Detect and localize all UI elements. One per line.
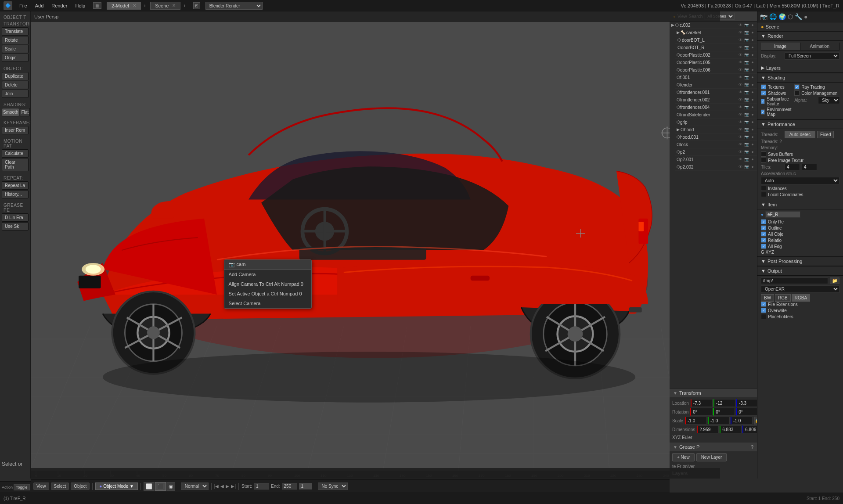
set-active-camera-item[interactable]: Set Active Object a Ctrl Numpad 0 [224, 289, 311, 299]
vis-r-dp006[interactable]: ● [750, 67, 755, 72]
instances-cb[interactable] [761, 186, 766, 191]
vis-eye-dp006[interactable]: 👁 [738, 67, 743, 72]
object-mode-select[interactable]: ● Object Mode ▼ [95, 482, 138, 490]
envmap-checkbox[interactable]: ✓ [761, 109, 765, 115]
sync-select[interactable]: No Sync [318, 482, 348, 490]
object-icon-prop[interactable]: ⬡ [788, 13, 793, 20]
vis-eye-grip[interactable]: 👁 [738, 119, 743, 125]
vis-cam-ff002[interactable]: 📷 [744, 97, 749, 102]
vis-cam-carskel[interactable]: 📷 [744, 30, 749, 35]
only-render-cb[interactable]: ✓ [761, 219, 766, 224]
shading-section-header[interactable]: ▼ Shading [757, 73, 843, 83]
free-img-tex-cb[interactable] [761, 158, 766, 163]
file-ext-cb[interactable]: ✓ [761, 302, 766, 307]
vis-eye-dp005[interactable]: 👁 [738, 60, 743, 65]
obj-fender[interactable]: ⬡ fender 👁 📷 ● [675, 81, 757, 89]
menu-render[interactable]: Render [48, 2, 71, 9]
object-menu-btn[interactable]: Object [71, 482, 90, 490]
location-x[interactable] [691, 399, 713, 407]
menu-file[interactable]: File [16, 2, 31, 9]
tile-y-input[interactable] [802, 164, 817, 170]
tab-2model[interactable]: 2-Model ✕ [107, 2, 141, 10]
obj-carskel[interactable]: ▶ 🦴 carSkel 👁 📷 ● [675, 29, 757, 36]
select-camera-item[interactable]: Select Camera [224, 299, 311, 308]
item-name-input[interactable] [765, 211, 800, 218]
all-edges-cb[interactable]: ✓ [761, 244, 766, 249]
obj-hood[interactable]: ▶ ⬡ hood 👁 📷 ● [675, 126, 757, 133]
scene-icon-prop[interactable]: 🌐 [769, 13, 777, 20]
prev-frame-btn[interactable]: ◀ [220, 484, 224, 489]
obj-p2-001[interactable]: ⬡ p2.001 👁 📷 ● [675, 156, 757, 163]
view-menu-btn[interactable]: View [33, 482, 49, 490]
solid-shading-btn[interactable]: ⬜ [144, 482, 155, 491]
local-coords-cb[interactable] [761, 192, 766, 197]
vis-cam-ff001[interactable]: 📷 [744, 90, 749, 95]
join-btn[interactable]: Join [2, 90, 29, 98]
new-layer-btn[interactable]: New Layer [696, 453, 727, 461]
vis-cam-f001[interactable]: 📷 [744, 75, 749, 80]
duplicate-btn[interactable]: Duplicate [2, 72, 29, 80]
textures-checkbox[interactable]: ✓ [761, 84, 766, 90]
shadows-checkbox[interactable]: ✓ [761, 90, 766, 96]
vis-eye-hood001[interactable]: 👁 [738, 134, 743, 140]
material-icon-prop[interactable]: ● [804, 13, 807, 20]
outline-cb[interactable]: ✓ [761, 225, 766, 230]
render-tab-image[interactable]: Image [761, 43, 800, 50]
vis-cam-doorbot-l[interactable]: 📷 [744, 37, 749, 43]
obj-doorplastic-006[interactable]: ⬡ doorPlastic.006 👁 📷 ● [675, 66, 757, 74]
start-frame-input[interactable] [254, 483, 269, 490]
vis-eye-fsf[interactable]: 👁 [738, 112, 743, 117]
vis-eye-f001[interactable]: 👁 [738, 75, 743, 80]
grease-header-outliner[interactable]: ▼ Grease P ? [670, 443, 757, 451]
rgb-btn[interactable]: RGB [775, 294, 791, 302]
vis-cam-doorbot-r[interactable]: 📷 [744, 45, 749, 50]
translate-btn[interactable]: Translate [2, 27, 29, 36]
vis-r-grip[interactable]: ● [750, 119, 755, 125]
vis-eye-doorbot-l[interactable]: 👁 [738, 37, 743, 43]
raytracing-checkbox[interactable]: ✓ [794, 84, 800, 90]
modifier-icon-prop[interactable]: 🔧 [795, 13, 802, 20]
obj-doorbot-r[interactable]: ⬡ doorBOT_R 👁 📷 ● [675, 44, 757, 51]
vis-eye-doorbot-r[interactable]: 👁 [738, 45, 743, 50]
relation-cb[interactable]: ✓ [761, 238, 766, 243]
vis-r-ff004[interactable]: ● [750, 104, 755, 110]
toggle-btn-left[interactable]: Toggle [14, 484, 30, 490]
rotation-z[interactable] [736, 408, 757, 416]
vis-eye-p2[interactable]: 👁 [738, 149, 743, 155]
vis-r-fsf[interactable]: ● [750, 112, 755, 117]
vis-cam-fender[interactable]: 📷 [744, 82, 749, 87]
vis-cam-ff004[interactable]: 📷 [744, 104, 749, 110]
item-section-header[interactable]: ▼ Item [757, 200, 843, 209]
scale-x[interactable] [685, 417, 707, 425]
vis-cam-p2002[interactable]: 📷 [744, 164, 749, 169]
obj-doorplastic-005[interactable]: ⬡ doorPlastic.005 👁 📷 ● [675, 59, 757, 66]
add-camera-item[interactable]: Add Camera [224, 270, 311, 279]
vis-eye-p2002[interactable]: 👁 [738, 164, 743, 169]
tab-scene[interactable]: Scene ✕ [150, 2, 180, 10]
tab-close[interactable]: ✕ [133, 3, 136, 8]
output-path-input[interactable] [761, 277, 828, 284]
obj-c002[interactable]: ▶ ⬡ c.002 👁 📷 ● [670, 22, 757, 29]
vis-cam-hood001[interactable]: 📷 [744, 134, 749, 140]
smooth-btn[interactable]: Smooth [2, 108, 19, 116]
rotation-x[interactable] [690, 408, 712, 416]
rendered-shading-btn[interactable]: ◉ [166, 482, 175, 491]
alpha-select[interactable]: Sky [818, 97, 840, 104]
render-section[interactable]: ▼ Render [757, 31, 843, 41]
world-icon-prop[interactable]: 🌍 [778, 13, 786, 20]
tab-scene-add[interactable]: + [181, 2, 187, 9]
vis-cam-dp002[interactable]: 📷 [744, 52, 749, 58]
obj-doorbot-l[interactable]: ⬡ doorBOT_L 👁 📷 ● [675, 36, 757, 44]
vis-icon-cam[interactable]: 📷 [744, 22, 749, 28]
subsurface-checkbox[interactable]: ✓ [761, 99, 765, 104]
new-grease-btn[interactable]: + New [672, 453, 695, 461]
vis-r-p2002[interactable]: ● [750, 164, 755, 169]
current-frame-input[interactable] [299, 483, 312, 490]
vis-cam-p2[interactable]: 📷 [744, 149, 749, 155]
vis-r-hood[interactable]: ● [750, 127, 755, 132]
camera-icon-prop[interactable]: 📷 [760, 13, 767, 20]
dim-y[interactable] [720, 425, 742, 433]
colormgmt-checkbox[interactable] [794, 90, 800, 96]
next-frame-btn[interactable]: ▶| [231, 484, 236, 489]
vis-eye-dp002[interactable]: 👁 [738, 52, 743, 58]
